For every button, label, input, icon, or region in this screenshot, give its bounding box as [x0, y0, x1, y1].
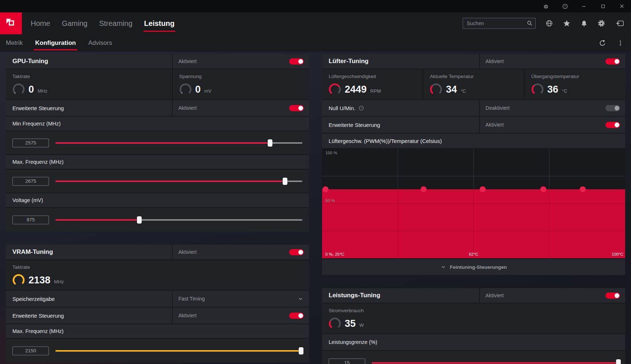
star-icon[interactable]: [563, 19, 571, 27]
fan-curve-point[interactable]: [421, 186, 427, 192]
minimize-icon[interactable]: [580, 2, 588, 10]
tab-home[interactable]: Home: [25, 12, 56, 34]
fan-curve-point[interactable]: [580, 186, 586, 192]
stat-unit: W: [359, 322, 364, 328]
fan-curve-point[interactable]: [322, 186, 329, 192]
voltage-value-input[interactable]: [12, 216, 49, 224]
gear-icon[interactable]: [597, 19, 605, 27]
vram-stats-row: Taktrate 2138 MHz: [6, 260, 309, 291]
power-limit-slider[interactable]: [372, 359, 619, 364]
vram-max-freq-slider-row: [6, 339, 309, 363]
stat-gpu-voltage: Spannung 0 mV: [173, 69, 309, 99]
vram-status: Aktiviert: [179, 249, 197, 255]
stat-power-draw: Stromverbrauch 35 W: [322, 303, 625, 333]
min-freq-slider[interactable]: [56, 139, 302, 147]
fan-advanced-toggle[interactable]: [605, 122, 620, 128]
reset-icon[interactable]: [599, 39, 606, 47]
bug-report-icon[interactable]: [542, 2, 550, 10]
max-freq-slider[interactable]: [56, 177, 302, 186]
slider-fill: [56, 181, 285, 182]
fine-tuning-expander[interactable]: Feintuning-Steuerungen: [322, 259, 625, 275]
vram-freq-slider[interactable]: [56, 346, 302, 355]
power-limit-label-row: Leistungsgrenze (%): [322, 334, 625, 351]
power-header-row: Leistungs-Tuning Aktiviert: [322, 288, 625, 303]
x-axis-label-mid: 62°C: [469, 252, 478, 256]
tab-streaming[interactable]: Streaming: [93, 12, 138, 34]
search-input[interactable]: [463, 18, 536, 29]
zero-rpm-toggle[interactable]: [605, 105, 620, 111]
vram-advanced-toggle[interactable]: [289, 313, 304, 319]
stat-value: 34: [446, 84, 457, 95]
amd-logo[interactable]: [0, 12, 22, 34]
y-axis-label-50: 50 %: [325, 198, 335, 203]
nav-right-icons: [463, 18, 631, 29]
gauge-icon: [179, 83, 192, 96]
slider-handle[interactable]: [137, 216, 142, 224]
stat-value: 2449: [345, 84, 367, 95]
gpu-header-row: GPU-Tuning Aktiviert: [6, 54, 309, 69]
tab-leistung[interactable]: Leistung: [138, 12, 180, 34]
maximize-icon[interactable]: [599, 2, 607, 10]
power-limit-value-input[interactable]: [329, 359, 365, 364]
fan-curve-chart[interactable]: 100 % 50 % 0 %, 25°C 62°C 100°C: [322, 149, 625, 259]
max-freq-value-input[interactable]: [12, 177, 49, 186]
card-title: VRAM-Tuning: [12, 248, 53, 256]
gpu-advanced-toggle[interactable]: [289, 105, 304, 111]
tab-gaming[interactable]: Gaming: [56, 12, 93, 34]
timing-dropdown[interactable]: Fast Timing: [173, 295, 309, 302]
stat-unit: °C: [460, 88, 466, 94]
vram-freq-value-input[interactable]: [12, 346, 49, 355]
slider-fill: [372, 362, 619, 364]
power-tuning-card: Leistungs-Tuning Aktiviert Stromverbrauc…: [322, 288, 625, 364]
advanced-control-label: Erweiterte Steuerung: [12, 313, 64, 319]
gpu-status: Aktiviert: [179, 58, 197, 64]
zero-rpm-row: Null U/Min. ? Deaktiviert: [322, 100, 625, 117]
svg-text:?: ?: [564, 5, 566, 8]
slider-label: Max. Frequenz (MHz): [12, 159, 64, 165]
min-freq-value-input[interactable]: [12, 139, 49, 147]
x-axis-label-right: 100°C: [612, 252, 623, 256]
sidebar-panel-icon[interactable]: [615, 19, 624, 27]
toggle-knob: [298, 313, 303, 318]
fan-chart-title-row: Lüftergeschw. (PWM(%))/Temperatur (Celsi…: [322, 133, 625, 149]
tab-advisors[interactable]: Advisors: [82, 34, 118, 52]
slider-handle[interactable]: [616, 359, 621, 364]
toggle-knob: [615, 106, 619, 111]
toggle-knob: [298, 250, 303, 255]
power-tuning-toggle[interactable]: [605, 293, 620, 299]
stat-junction-temp: Übergangstemperatur 36 °C: [525, 69, 625, 99]
sub-navbar: Metrik Konfiguration Advisors: [0, 34, 631, 52]
help-circle-icon[interactable]: ?: [358, 105, 364, 111]
power-stats-row: Stromverbrauch 35 W: [322, 303, 625, 334]
fan-curve-point[interactable]: [540, 186, 547, 192]
stat-fan-speed: Lüftergeschwindigkeit 2449 RPM: [322, 69, 423, 99]
bell-icon[interactable]: [580, 20, 588, 27]
timing-value: Fast Timing: [179, 296, 205, 302]
voltage-slider[interactable]: [56, 216, 302, 224]
card-title: Leistungs-Tuning: [329, 292, 380, 299]
fan-curve-point[interactable]: [480, 186, 486, 192]
close-icon[interactable]: [618, 2, 626, 10]
vram-tuning-card: VRAM-Tuning Aktiviert Taktrate 2138 MHz: [6, 245, 309, 363]
y-axis-label-100: 100 %: [325, 151, 337, 155]
card-title: GPU-Tuning: [12, 58, 48, 65]
gpu-tuning-toggle[interactable]: [289, 58, 304, 65]
slider-handle[interactable]: [268, 139, 272, 147]
tab-konfiguration[interactable]: Konfiguration: [29, 34, 82, 52]
tab-metrik[interactable]: Metrik: [6, 34, 29, 52]
vram-tuning-toggle[interactable]: [289, 249, 304, 255]
slider-handle[interactable]: [299, 347, 303, 355]
more-options-icon[interactable]: [617, 39, 624, 47]
stat-gpu-clock: Taktrate 0 MHz: [6, 69, 173, 99]
help-icon[interactable]: ?: [561, 2, 569, 10]
slider-label: Max. Frequenz (MHz): [12, 328, 64, 334]
globe-icon[interactable]: [545, 19, 553, 27]
gpu-advanced-row: Erweiterte Steuerung Aktiviert: [6, 100, 309, 117]
slider-handle[interactable]: [283, 178, 287, 185]
toggle-knob: [298, 106, 303, 111]
vram-advanced-row: Erweiterte Steuerung Aktiviert: [6, 307, 309, 324]
search-icon[interactable]: [526, 20, 533, 28]
fan-tuning-toggle[interactable]: [605, 58, 620, 65]
stat-unit: °C: [562, 88, 567, 94]
chevron-down-icon[interactable]: [297, 295, 304, 302]
